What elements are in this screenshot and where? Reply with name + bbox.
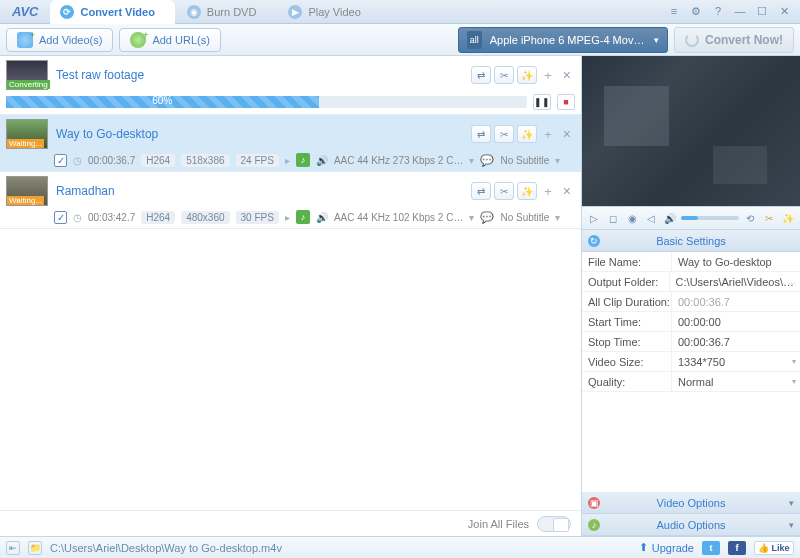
title-bar: AVC ⟳ Convert Video ◉ Burn DVD ▶ Play Vi… [0,0,800,24]
minimize-icon[interactable]: — [732,5,748,18]
video-options-header[interactable]: ▣ Video Options ▾ [582,492,800,514]
add-urls-button[interactable]: Add URL(s) [119,28,220,52]
prop-value[interactable]: C:\Users\Ariel\Videos\…… [670,272,800,291]
swap-icon[interactable]: ⇄ [471,182,491,200]
gear-icon[interactable]: ⚙ [688,5,704,18]
prop-value[interactable]: Normal▾ [672,372,800,391]
subtitle-info: No Subtitle [500,212,549,223]
item-checkbox[interactable]: ✓ [54,211,67,224]
video-icon: ▣ [588,497,600,509]
remove-item-icon[interactable]: × [559,67,575,83]
chevron-down-icon[interactable]: ▾ [792,357,796,366]
twitter-icon[interactable]: t [702,541,720,555]
cut-icon[interactable]: ✂ [761,210,777,226]
chevron-down-icon[interactable]: ▾ [555,155,560,166]
refresh-icon: ⟳ [60,5,74,19]
stop-button[interactable]: ■ [557,94,575,110]
list-item[interactable]: Waiting... Ramadhan ⇄ ✂ ✨ + × ✓ ◷ 00:03:… [0,172,581,229]
effects-icon[interactable]: ✨ [780,210,796,226]
vcodec-chip: H264 [141,211,175,224]
scissors-icon[interactable]: ✂ [494,125,514,143]
player-controls: ▷ ◻ ◉ ◁ 🔊 ⟲ ✂ ✨ [582,206,800,230]
add-url-icon [130,32,146,48]
prev-icon[interactable]: ◁ [643,210,659,226]
prop-value[interactable]: 1334*750▾ [672,352,800,371]
prop-value[interactable]: 00:00:00 [672,312,800,331]
audio-options-header[interactable]: ♪ Audio Options ▾ [582,514,800,536]
menu-icon[interactable]: ≡ [666,5,682,18]
prop-output-folder: Output Folder: C:\Users\Ariel\Videos\…… [582,272,800,292]
expand-icon[interactable]: + [540,184,556,199]
expand-icon[interactable]: + [540,127,556,142]
chevron-down-icon[interactable]: ▾ [792,377,796,386]
prop-value[interactable]: 00:00:36.7 [672,332,800,351]
maximize-icon[interactable]: ☐ [754,5,770,18]
chevron-right-icon[interactable]: ▸ [285,155,290,166]
wand-icon[interactable]: ✨ [517,182,537,200]
status-badge: Converting [7,80,50,89]
prop-value[interactable]: Way to Go-desktop [672,252,800,271]
upgrade-link[interactable]: ⬆ Upgrade [639,541,694,554]
list-item[interactable]: Converting Test raw footage ⇄ ✂ ✨ + × 60… [0,56,581,115]
swap-icon[interactable]: ⇄ [471,125,491,143]
convert-now-button[interactable]: Convert Now! [674,27,794,53]
item-checkbox[interactable]: ✓ [54,154,67,167]
scissors-icon[interactable]: ✂ [494,66,514,84]
prop-label: Start Time: [582,312,672,331]
chevron-down-icon[interactable]: ▾ [469,155,474,166]
remove-item-icon[interactable]: × [559,183,575,199]
volume-slider[interactable] [681,216,739,220]
button-label: Add Video(s) [39,34,102,46]
section-title: Audio Options [656,519,725,531]
audio-icon: ♪ [296,210,310,224]
expand-icon[interactable]: + [540,68,556,83]
upgrade-label: Upgrade [652,542,694,554]
prop-label: File Name: [582,252,672,271]
snapshot-icon[interactable]: ◉ [624,210,640,226]
chevron-down-icon[interactable]: ▾ [469,212,474,223]
swap-icon[interactable]: ⇄ [471,66,491,84]
wand-icon[interactable]: ✨ [517,125,537,143]
facebook-like-button[interactable]: 👍Like [754,541,794,555]
list-item[interactable]: Waiting... Way to Go-desktop ⇄ ✂ ✨ + × ✓… [0,115,581,172]
open-folder-icon[interactable]: 📁 [28,541,42,555]
join-toggle[interactable]: OFF [537,516,571,532]
item-thumbnail: Waiting... [6,176,48,206]
convert-icon [685,33,699,47]
settings-icon: ↻ [588,235,600,247]
prop-quality: Quality: Normal▾ [582,372,800,392]
output-profile-selector[interactable]: all Apple iPhone 6 MPEG-4 Movie (*.mp4) … [458,27,668,53]
tab-convert-video[interactable]: ⟳ Convert Video [50,0,174,24]
help-icon[interactable]: ? [710,5,726,18]
tab-play-video[interactable]: ▶ Play Video [278,0,380,24]
collapse-left-icon[interactable]: ⇤ [6,541,20,555]
rotate-icon[interactable]: ⟲ [742,210,758,226]
add-videos-button[interactable]: Add Video(s) [6,28,113,52]
audio-icon: ♪ [588,519,600,531]
pause-button[interactable]: ❚❚ [533,94,551,110]
prop-file-name: File Name: Way to Go-desktop [582,252,800,272]
audio-info: AAC 44 KHz 102 Kbps 2 C… [334,212,464,223]
app-logo: AVC [0,4,50,19]
play-icon: ▶ [288,5,302,19]
output-path: C:\Users\Ariel\Desktop\Way to Go-desktop… [50,542,282,554]
scissors-icon[interactable]: ✂ [494,182,514,200]
remove-item-icon[interactable]: × [559,126,575,142]
play-icon[interactable]: ▷ [586,210,602,226]
basic-settings-header[interactable]: ↻ Basic Settings [582,230,800,252]
wand-icon[interactable]: ✨ [517,66,537,84]
chevron-down-icon: ▾ [654,35,659,45]
tab-label: Convert Video [80,6,154,18]
chevron-right-icon[interactable]: ▸ [285,212,290,223]
chevron-down-icon[interactable]: ▾ [555,212,560,223]
stop-icon[interactable]: ◻ [605,210,621,226]
volume-icon[interactable]: 🔊 [662,210,678,226]
item-title: Ramadhan [56,184,115,198]
progress-percent: 60% [152,95,172,106]
facebook-icon[interactable]: f [728,541,746,555]
close-icon[interactable]: ✕ [776,5,792,18]
video-preview[interactable] [582,56,800,206]
browse-icon[interactable]: … [788,277,796,286]
tab-burn-dvd[interactable]: ◉ Burn DVD [177,0,277,24]
profile-label: Apple iPhone 6 MPEG-4 Movie (*.mp4) [490,34,646,46]
